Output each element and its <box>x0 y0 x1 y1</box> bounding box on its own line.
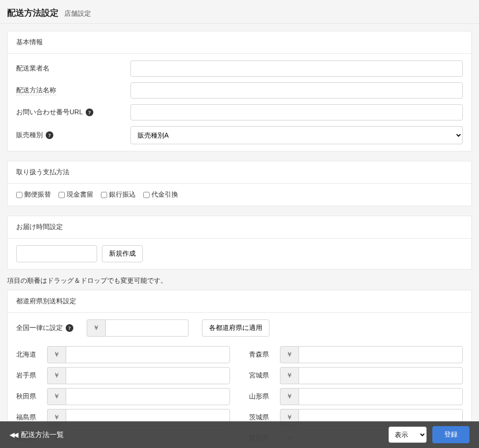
prefecture-item: 北海道￥ <box>16 346 230 363</box>
prefecture-name: 宮城県 <box>249 371 275 380</box>
new-time-button[interactable]: 新規作成 <box>102 245 143 262</box>
prefecture-fee-title: 都道府県別送料設定 <box>8 290 471 313</box>
prefecture-fee-input-group: ￥ <box>280 346 463 363</box>
carrier-name-label: 配送業者名 <box>16 64 130 73</box>
payment-methods-title: 取り扱う支払方法 <box>8 161 471 184</box>
payment-checkbox[interactable]: 現金書留 <box>59 190 93 199</box>
payment-checkbox[interactable]: 銀行振込 <box>101 190 136 199</box>
prefecture-fee-input[interactable] <box>66 346 230 363</box>
prefecture-name: 北海道 <box>16 350 42 359</box>
prefecture-name: 青森県 <box>249 350 275 359</box>
back-link-label: 配送方法一覧 <box>21 430 64 439</box>
uniform-fee-label-text: 全国一律に設定 <box>16 324 63 332</box>
prefecture-name: 茨城県 <box>249 413 275 422</box>
method-name-input[interactable] <box>130 82 463 99</box>
payment-checkbox-label: 代金引換 <box>151 190 178 199</box>
uniform-fee-input-group: ￥ <box>87 319 189 337</box>
prefecture-fee-input-group: ￥ <box>280 367 463 384</box>
inquiry-url-input[interactable] <box>130 104 463 120</box>
submit-button[interactable]: 登録 <box>432 426 469 443</box>
help-icon[interactable]: ? <box>46 131 53 139</box>
uniform-fee-label: 全国一律に設定 ? <box>16 324 73 332</box>
payment-checkbox[interactable]: 郵便振替 <box>16 190 51 199</box>
inquiry-url-label: お問い合わせ番号URL ? <box>16 108 130 117</box>
yen-symbol: ￥ <box>87 319 105 337</box>
payment-checkbox-row: 郵便振替現金書留銀行振込代金引換 <box>16 190 463 199</box>
prefecture-name: 秋田県 <box>16 392 42 401</box>
basic-info-title: 基本情報 <box>8 31 471 54</box>
payment-checkbox-label: 銀行振込 <box>109 190 136 199</box>
prefecture-fee-input[interactable] <box>66 388 230 405</box>
yen-symbol: ￥ <box>47 388 66 405</box>
prefecture-fee-input-group: ￥ <box>47 388 230 405</box>
back-link[interactable]: ◀◀ 配送方法一覧 <box>10 430 64 439</box>
prefecture-name: 福島県 <box>16 413 42 422</box>
prefecture-fee-input[interactable] <box>299 346 463 363</box>
content: 基本情報 配送業者名 配送方法名称 お問い合わせ番号URL ? <box>0 24 479 448</box>
uniform-fee-input[interactable] <box>105 319 189 337</box>
payment-checkbox-input[interactable] <box>143 192 150 198</box>
payment-checkbox-input[interactable] <box>101 192 107 198</box>
sale-type-select[interactable]: 販売種別A <box>130 126 463 144</box>
method-name-label-text: 配送方法名称 <box>16 86 56 95</box>
payment-checkbox-input[interactable] <box>16 192 22 198</box>
basic-info-card: 基本情報 配送業者名 配送方法名称 お問い合わせ番号URL ? <box>7 31 472 151</box>
prefecture-fee-input[interactable] <box>66 367 230 384</box>
prefecture-name: 山形県 <box>249 392 275 401</box>
yen-symbol: ￥ <box>280 346 299 363</box>
prefecture-fee-input[interactable] <box>299 388 463 405</box>
help-icon[interactable]: ? <box>86 109 93 116</box>
payment-methods-card: 取り扱う支払方法 郵便振替現金書留銀行振込代金引換 <box>7 161 472 206</box>
prefecture-item: 岩手県￥ <box>16 367 230 384</box>
yen-symbol: ￥ <box>280 367 299 384</box>
prefecture-fee-input-group: ￥ <box>47 367 230 384</box>
yen-symbol: ￥ <box>280 388 299 405</box>
payment-checkbox[interactable]: 代金引換 <box>143 190 178 199</box>
prefecture-item: 秋田県￥ <box>16 388 230 405</box>
prefecture-name: 岩手県 <box>16 371 42 380</box>
inquiry-url-label-text: お問い合わせ番号URL <box>16 108 83 117</box>
prefecture-fee-input-group: ￥ <box>47 346 230 363</box>
sale-type-label-text: 販売種別 <box>16 131 43 139</box>
drag-drop-note: 項目の順番はドラッグ＆ドロップでも変更可能です。 <box>7 277 472 285</box>
prefecture-item: 青森県￥ <box>249 346 463 363</box>
back-icon: ◀◀ <box>10 431 17 438</box>
prefecture-fee-input[interactable] <box>299 367 463 384</box>
delivery-time-card: お届け時間設定 新規作成 <box>7 216 472 269</box>
bottom-bar: ◀◀ 配送方法一覧 表示 登録 <box>0 421 479 448</box>
yen-symbol: ￥ <box>47 367 66 384</box>
payment-checkbox-input[interactable] <box>59 192 65 198</box>
apply-all-button[interactable]: 各都道府県に適用 <box>202 319 269 337</box>
method-name-label: 配送方法名称 <box>16 86 130 95</box>
payment-checkbox-label: 郵便振替 <box>24 190 51 199</box>
sale-type-label: 販売種別 ? <box>16 131 130 139</box>
payment-checkbox-label: 現金書留 <box>67 190 93 199</box>
prefecture-item: 宮城県￥ <box>249 367 463 384</box>
prefecture-fee-input-group: ￥ <box>280 388 463 405</box>
delivery-time-title: お届け時間設定 <box>8 216 471 239</box>
page-subtitle: 店舗設定 <box>64 10 91 18</box>
help-icon[interactable]: ? <box>66 324 73 332</box>
carrier-name-input[interactable] <box>130 60 463 77</box>
page-header: 配送方法設定 店舗設定 <box>0 0 479 24</box>
yen-symbol: ￥ <box>47 346 66 363</box>
prefecture-item: 山形県￥ <box>249 388 463 405</box>
page-title: 配送方法設定 <box>7 7 59 19</box>
visibility-select[interactable]: 表示 <box>389 427 427 443</box>
delivery-time-input[interactable] <box>16 245 97 262</box>
